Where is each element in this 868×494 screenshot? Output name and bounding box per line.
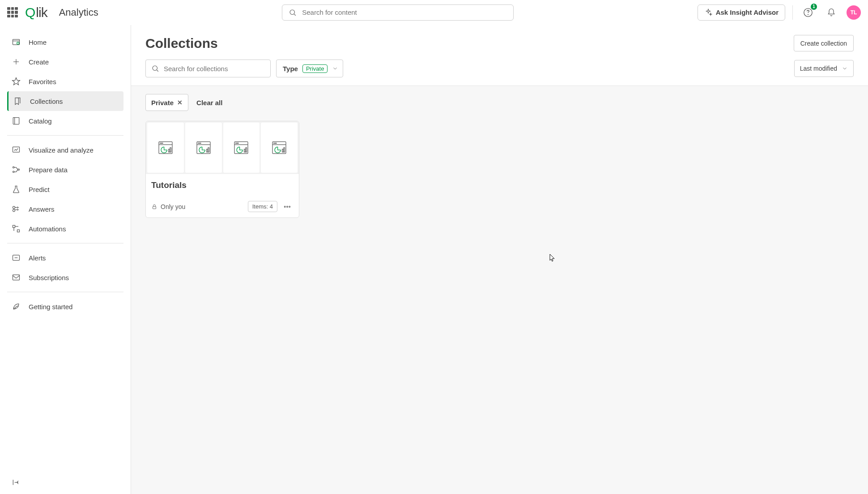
sidebar-item-label: Getting started [29, 303, 72, 311]
collapse-icon [12, 478, 21, 487]
sidebar-item-label: Automations [29, 225, 66, 233]
separator [7, 243, 123, 243]
sidebar-item-catalog[interactable]: Catalog [7, 111, 123, 131]
user-avatar[interactable]: TL [847, 5, 861, 20]
sidebar-item-answers[interactable]: Answers [7, 199, 123, 219]
collections-search[interactable] [145, 60, 271, 77]
sidebar-item-automations[interactable]: Automations [7, 219, 123, 238]
sidebar-item-favorites[interactable]: Favorites [7, 72, 123, 91]
help-button[interactable]: 1 [800, 4, 816, 21]
more-icon [283, 203, 291, 211]
alert-icon [12, 253, 21, 262]
filter-row: Type Private Last modified [131, 51, 868, 86]
clear-all-button[interactable]: Clear all [196, 99, 222, 106]
collection-title: Tutorials [151, 180, 294, 190]
create-collection-button[interactable]: Create collection [794, 35, 854, 51]
svg-point-49 [274, 143, 274, 143]
collections-search-input[interactable] [164, 65, 265, 72]
help-badge: 1 [811, 4, 817, 10]
sidebar-item-prepare[interactable]: Prepare data [7, 160, 123, 179]
sidebar-item-label: Favorites [29, 78, 56, 85]
svg-point-56 [287, 206, 288, 207]
sidebar-item-getting-started[interactable]: Getting started [7, 297, 123, 316]
type-label: Type [283, 65, 298, 72]
global-search[interactable] [282, 4, 514, 21]
svg-rect-54 [153, 206, 156, 209]
answers-icon [12, 204, 21, 213]
notifications-button[interactable] [823, 4, 839, 21]
thumbnail [261, 123, 298, 173]
svg-point-0 [290, 10, 295, 15]
sidebar-item-alerts[interactable]: Alerts [7, 248, 123, 268]
separator [7, 135, 123, 136]
close-icon[interactable]: ✕ [177, 99, 183, 106]
app-icon [157, 139, 174, 157]
main-content: Collections Create collection Type Priva… [131, 25, 868, 494]
svg-point-55 [284, 206, 285, 207]
sidebar-item-create[interactable]: Create [7, 52, 123, 72]
svg-point-16 [13, 206, 15, 209]
ask-label: Ask Insight Advisor [716, 9, 779, 16]
sidebar-item-label: Home [29, 38, 47, 46]
apps-launcher-icon[interactable] [7, 7, 18, 18]
svg-rect-10 [13, 118, 19, 124]
svg-point-17 [13, 209, 15, 212]
svg-point-37 [200, 143, 200, 143]
svg-line-25 [157, 70, 158, 71]
automation-icon [12, 224, 21, 233]
collection-card[interactable]: Tutorials Only you Items: 4 [145, 121, 299, 218]
svg-point-43 [237, 143, 238, 143]
topbar: Qlik Analytics Ask Insight Advisor 1 TL [0, 0, 868, 25]
bookmark-icon [13, 97, 22, 106]
svg-rect-12 [13, 147, 20, 152]
sidebar-item-label: Create [29, 58, 49, 66]
bell-icon [827, 8, 836, 17]
card-footer: Only you Items: 4 [151, 201, 294, 212]
more-actions-button[interactable] [281, 203, 294, 211]
svg-rect-53 [284, 148, 285, 152]
sidebar-item-label: Alerts [29, 254, 46, 262]
layout: Home Create Favorites Collections Catalo… [0, 25, 868, 494]
type-value-tag: Private [302, 64, 328, 73]
app-icon [270, 139, 288, 157]
data-flow-icon [12, 165, 21, 174]
plus-icon [12, 58, 21, 66]
global-search-input[interactable] [302, 9, 507, 16]
sidebar-item-predict[interactable]: Predict [7, 179, 123, 199]
app-icon [195, 139, 213, 157]
mail-icon [12, 273, 21, 282]
svg-point-44 [238, 143, 238, 143]
content-area: Private ✕ Clear all [131, 86, 868, 494]
rocket-icon [12, 302, 21, 311]
sort-button[interactable]: Last modified [794, 60, 854, 77]
visibility-label: Only you [161, 203, 185, 210]
page-header: Collections Create collection [131, 25, 868, 51]
svg-point-57 [289, 206, 290, 207]
sidebar-item-collections[interactable]: Collections [7, 91, 123, 111]
svg-point-24 [153, 66, 157, 71]
chevron-down-icon [332, 65, 338, 72]
type-filter-button[interactable]: Type Private [276, 60, 343, 77]
svg-rect-39 [208, 148, 209, 152]
ask-insight-button[interactable]: Ask Insight Advisor [698, 4, 785, 21]
sidebar-item-label: Collections [30, 98, 63, 105]
sidebar-item-label: Visualize and analyze [29, 146, 94, 154]
sidebar: Home Create Favorites Collections Catalo… [0, 25, 131, 494]
sidebar-item-subscriptions[interactable]: Subscriptions [7, 268, 123, 287]
sidebar-item-visualize[interactable]: Visualize and analyze [7, 140, 123, 160]
svg-point-36 [199, 143, 200, 143]
global-search-wrap [106, 4, 690, 21]
svg-rect-45 [244, 149, 246, 152]
chart-icon [12, 145, 21, 154]
svg-rect-46 [246, 148, 247, 152]
brand-logo[interactable]: Qlik [25, 5, 47, 20]
svg-rect-31 [169, 149, 170, 152]
svg-marker-9 [13, 78, 20, 85]
collapse-sidebar-button[interactable] [7, 473, 123, 494]
sort-label: Last modified [800, 65, 837, 72]
items-count-badge: Items: 4 [248, 201, 277, 212]
sidebar-item-home[interactable]: Home [7, 32, 123, 52]
filter-chip-private[interactable]: Private ✕ [145, 94, 188, 111]
sidebar-item-label: Subscriptions [29, 274, 69, 281]
svg-point-51 [276, 143, 277, 143]
